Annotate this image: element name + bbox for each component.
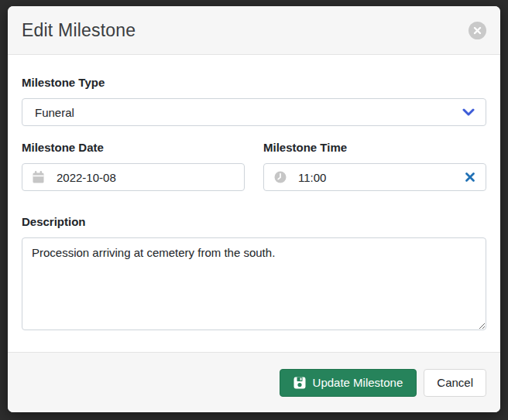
milestone-type-value: Funeral xyxy=(35,106,74,119)
modal-title: Edit Milestone xyxy=(22,20,136,41)
update-milestone-button[interactable]: Update Milestone xyxy=(280,369,417,397)
milestone-date-label: Milestone Date xyxy=(22,140,245,155)
milestone-time-label: Milestone Time xyxy=(263,140,486,155)
cancel-button[interactable]: Cancel xyxy=(424,369,486,397)
milestone-date-group: Milestone Date xyxy=(22,140,245,191)
update-milestone-label: Update Milestone xyxy=(313,376,403,389)
modal-footer: Update Milestone Cancel xyxy=(8,352,500,412)
milestone-date-input[interactable] xyxy=(22,163,245,191)
milestone-time-input[interactable] xyxy=(263,163,486,191)
date-time-row: Milestone Date xyxy=(22,140,486,191)
milestone-time-group: Milestone Time xyxy=(263,140,486,191)
milestone-type-select[interactable]: Funeral xyxy=(22,98,486,126)
clear-x-icon xyxy=(465,172,475,183)
chevron-down-icon xyxy=(462,108,475,116)
save-floppy-icon xyxy=(293,377,306,389)
milestone-time-input-wrap xyxy=(263,163,486,191)
modal-body: Milestone Type Funeral Milestone Date xyxy=(8,55,500,352)
description-textarea[interactable]: Procession arriving at cemetery from the… xyxy=(22,237,486,330)
milestone-type-group: Milestone Type Funeral xyxy=(22,75,486,126)
edit-milestone-modal: Edit Milestone Milestone Type Funeral xyxy=(8,6,500,412)
description-group: Description Procession arriving at cemet… xyxy=(22,214,486,333)
close-button[interactable] xyxy=(469,22,486,39)
modal-header: Edit Milestone xyxy=(8,6,500,55)
milestone-date-input-wrap xyxy=(22,163,245,191)
milestone-type-label: Milestone Type xyxy=(22,75,486,90)
clear-time-button[interactable] xyxy=(463,170,477,184)
modal-backdrop: Edit Milestone Milestone Type Funeral xyxy=(0,0,508,420)
cancel-label: Cancel xyxy=(437,376,473,389)
close-x-icon xyxy=(473,26,482,35)
description-label: Description xyxy=(22,214,486,230)
